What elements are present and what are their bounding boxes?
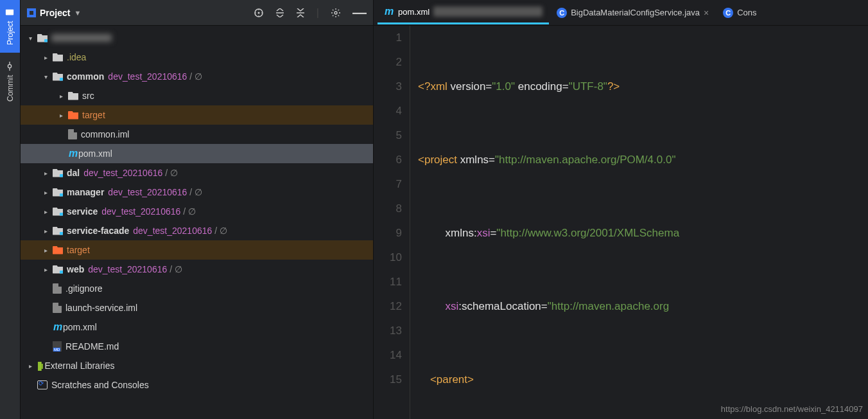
folder-icon [68,92,78,100]
tree-node-service-facade[interactable]: ▸service-facadedev_test_20210616/∅ [21,221,373,240]
svg-point-5 [257,12,259,13]
module-icon [53,208,63,216]
file-icon [53,303,62,313]
library-icon: |||ı [37,361,42,371]
maven-icon: m [53,321,63,333]
close-icon[interactable]: × [704,8,709,18]
commit-rail-label: Commit [6,75,15,101]
gear-icon[interactable] [331,8,341,18]
editor: mpom.xml CBigDataMaterialConfigService.j… [374,0,868,419]
editor-tabs: mpom.xml CBigDataMaterialConfigService.j… [374,0,868,26]
tree-node-common-pom[interactable]: mpom.xml [21,144,373,163]
tree-launch-iml[interactable]: launch-service.iml [21,298,373,317]
svg-point-12 [334,12,337,14]
svg-rect-0 [6,10,13,15]
tree-node-src[interactable]: ▸src [21,86,373,105]
maven-icon: m [384,6,394,17]
rail-commit-button[interactable]: Commit [0,53,20,111]
project-panel: Project ▼ | — ▾xx ▸.idea ▾commondev_test… [21,0,374,419]
tab-pom[interactable]: mpom.xml [378,1,549,24]
project-tree: ▾xx ▸.idea ▾commondev_test_20210616/∅ ▸s… [21,26,373,419]
project-panel-header: Project ▼ | — [21,0,373,26]
file-icon [68,129,77,139]
folder-icon [68,111,78,120]
chevron-down-icon: ▼ [74,9,81,17]
class-icon: C [557,8,567,18]
project-view-select[interactable]: Project ▼ [27,8,81,18]
markdown-icon [53,341,62,352]
code-editor[interactable]: 123456789101112131415 m↑ ⊟⊟⊟⊟ <?xml vers… [374,26,868,419]
tree-external-libs[interactable]: ▸|||ı External Libraries [21,356,373,375]
tree-readme[interactable]: README.md [21,337,373,356]
watermark: https://blog.csdn.net/weixin_42114097 [721,404,863,414]
tree-root-pom[interactable]: mpom.xml [21,317,373,337]
tree-root[interactable]: ▾xx [21,28,373,48]
svg-point-1 [8,65,12,68]
tree-scratches[interactable]: Scratches and Consoles [21,375,373,395]
module-icon [53,265,63,274]
tree-node-service[interactable]: ▸servicedev_test_20210616/∅ [21,202,373,221]
project-rail-label: Project [6,21,15,44]
tree-gitignore[interactable]: .gitignore [21,279,373,298]
project-icon [27,8,36,17]
line-gutter: 123456789101112131415 m↑ ⊟⊟⊟⊟ [374,26,410,419]
module-icon [53,169,63,177]
tree-node-common-iml[interactable]: common.iml [21,125,373,144]
select-opened-icon[interactable] [254,8,264,18]
module-icon [53,73,63,81]
file-icon [53,283,62,294]
project-title: Project [40,8,70,18]
tree-node-common[interactable]: ▾commondev_test_20210616/∅ [21,67,373,86]
rail-project-button[interactable]: Project [0,0,20,53]
tab-cons[interactable]: CCons [716,1,763,24]
commit-icon [6,62,15,71]
folder-icon [53,246,63,254]
tree-node-target-common[interactable]: ▸target [21,105,373,125]
tree-node-web[interactable]: ▸webdev_test_20210616/∅ [21,260,373,279]
module-icon [53,227,63,235]
scratches-icon [37,380,48,389]
tree-node-idea[interactable]: ▸.idea [21,48,373,67]
hide-icon[interactable]: — [352,4,367,21]
tree-node-target-root[interactable]: ▸target [21,240,373,260]
tree-node-dal[interactable]: ▸daldev_test_20210616/∅ [21,163,373,183]
left-tool-rail: Project Commit [0,0,21,419]
tree-node-manager[interactable]: ▸managerdev_test_20210616/∅ [21,183,373,202]
maven-icon: m [68,148,78,159]
folder-icon [53,53,63,62]
expand-all-icon[interactable] [275,8,284,17]
class-icon: C [723,8,733,18]
code-body[interactable]: <?xml version="1.0" encoding="UTF-8"?> <… [410,26,868,419]
module-icon [37,34,48,42]
module-icon [53,188,63,197]
tab-java[interactable]: CBigDataMaterialConfigService.java× [550,1,715,24]
folder-icon [6,8,15,17]
collapse-all-icon[interactable] [296,8,305,17]
